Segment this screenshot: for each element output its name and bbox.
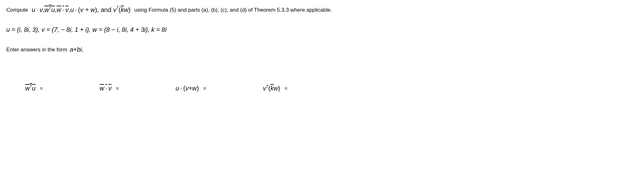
- expression-list: u·v, wTu, w·v, u·(v + w), and vT(kw): [32, 6, 131, 14]
- answer-u-dot-v-plus-w: u·(v + w) =: [176, 85, 206, 92]
- expr-bar-wT-u: wTu,: [44, 6, 56, 14]
- answer-vT-kbar-w: vT(kw) =: [263, 85, 287, 92]
- compute-label: Compute: [6, 7, 28, 13]
- answer-w-dot-v: w·v =: [99, 85, 119, 92]
- answer-format-line: Enter answers in the form a + b i .: [6, 46, 638, 53]
- answers-row: wTu = w·v = u·(v + w) = vT(kw) =: [6, 85, 638, 92]
- expr-u-dot-v: u·v,: [32, 6, 44, 14]
- and-label: and: [101, 6, 111, 14]
- answer-wTu: wTu =: [25, 85, 43, 92]
- question-line-1: Compute u·v, wTu, w·v, u·(v + w), and vT…: [6, 6, 638, 14]
- vector-definitions: u = (i, 8i, 3), v = (7, − 8i, 1 + i), w …: [6, 26, 638, 33]
- enter-answers-label: Enter answers in the form: [6, 47, 67, 53]
- expr-bar-w-dot-v: w·v,: [57, 6, 71, 14]
- expr-u-dot-v-plus-w: u·(v + w),: [70, 6, 99, 14]
- instruction-suffix: using Formula (5) and parts (a), (b), (c…: [134, 7, 332, 13]
- expr-vT-kbar-w: vT(kw): [113, 6, 131, 14]
- answer-form: a + b i .: [70, 46, 84, 53]
